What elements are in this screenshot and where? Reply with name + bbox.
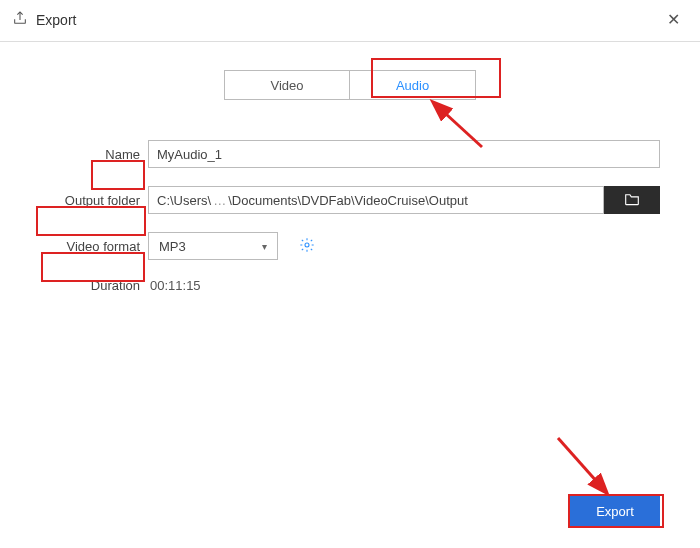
tab-video[interactable]: Video <box>224 70 350 100</box>
export-form: Name Output folder C:\Users\ … \Document… <box>0 140 700 293</box>
export-button-label: Export <box>596 504 634 519</box>
tab-video-label: Video <box>270 78 303 93</box>
duration-label: Duration <box>40 278 140 293</box>
export-type-tabs: Video Audio <box>0 70 700 100</box>
name-input[interactable] <box>148 140 660 168</box>
path-ellipsis: … <box>213 193 226 208</box>
browse-folder-button[interactable] <box>604 186 660 214</box>
chevron-down-icon: ▾ <box>262 241 267 252</box>
close-button[interactable]: ✕ <box>661 8 686 31</box>
video-format-label: Video format <box>40 239 140 254</box>
gear-icon <box>299 237 315 256</box>
output-folder-path: C:\Users\ … \Documents\DVDFab\VideoCruis… <box>148 186 604 214</box>
output-folder-label: Output folder <box>40 193 140 208</box>
export-icon <box>12 10 28 29</box>
format-settings-button[interactable] <box>298 237 316 255</box>
export-button[interactable]: Export <box>570 496 660 526</box>
path-right: \Documents\DVDFab\VideoCruise\Output <box>228 193 468 208</box>
titlebar: Export ✕ <box>0 0 700 42</box>
tab-audio[interactable]: Audio <box>350 70 476 100</box>
name-label: Name <box>40 147 140 162</box>
folder-icon <box>623 192 641 209</box>
path-left: C:\Users\ <box>157 193 211 208</box>
duration-value: 00:11:15 <box>148 278 201 293</box>
format-select[interactable]: MP3 ▾ <box>148 232 278 260</box>
window-title: Export <box>36 12 76 28</box>
svg-point-0 <box>305 243 309 247</box>
svg-line-2 <box>558 438 606 492</box>
tab-audio-label: Audio <box>396 78 429 93</box>
format-value: MP3 <box>159 239 186 254</box>
